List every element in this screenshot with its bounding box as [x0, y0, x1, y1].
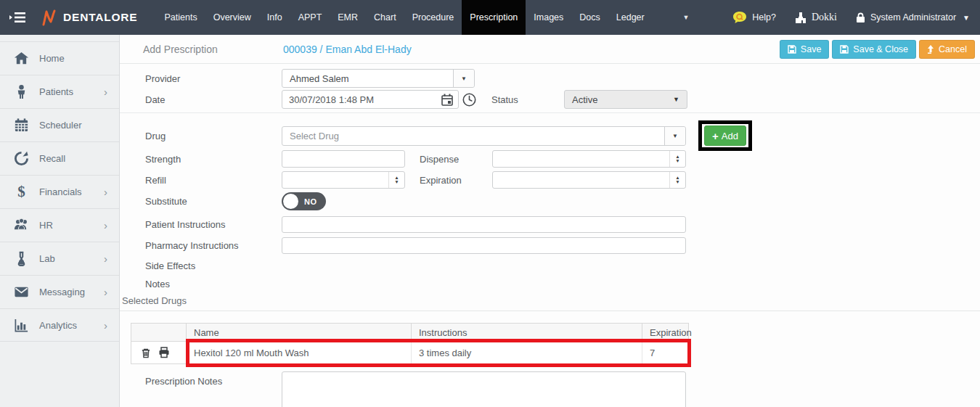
dispense-label: Dispense: [420, 154, 492, 165]
actions-column-header: [131, 324, 187, 341]
user-label: System Administrator: [870, 12, 956, 22]
expiration-input[interactable]: [492, 171, 686, 189]
help-button[interactable]: Help?: [732, 11, 776, 24]
chevron-right-icon: ›: [104, 219, 107, 231]
date-field[interactable]: [282, 90, 459, 109]
chevron-right-icon: ›: [104, 286, 107, 298]
date-input[interactable]: [282, 94, 441, 105]
arrow-up-icon: [927, 45, 934, 54]
drug-placeholder: Select Drug: [282, 127, 664, 145]
patient-icon: [14, 84, 29, 99]
dispense-spinner-icon[interactable]: ▲▼: [669, 151, 685, 167]
refill-spinner-icon[interactable]: ▲▼: [388, 172, 404, 188]
cancel-button[interactable]: Cancel: [919, 40, 975, 59]
building-icon: [795, 12, 807, 23]
table-header: Name Instructions Expiration: [131, 324, 688, 342]
pharmacy-instructions-label: Pharmacy Instructions: [145, 240, 282, 251]
home-icon: [14, 51, 29, 66]
time-picker-icon[interactable]: [462, 93, 476, 107]
expiration-column-header: Expiration: [642, 324, 692, 341]
svg-text:$: $: [17, 184, 25, 200]
provider-label: Provider: [145, 73, 282, 84]
drug-name-cell: Hexitol 120 ml Mouth Wash: [187, 342, 412, 363]
patient-link[interactable]: 000039 / Eman Abd El-Hady: [283, 44, 412, 55]
tab-patients[interactable]: Patients: [157, 0, 205, 35]
drug-caret-icon[interactable]: ▼: [664, 127, 685, 145]
sidebar-item-messaging[interactable]: Messaging›: [0, 275, 119, 308]
side-effects-label: Side Effects: [145, 260, 195, 271]
calendar-icon: [14, 118, 29, 133]
tab-emr[interactable]: EMR: [330, 0, 366, 35]
tab-overview[interactable]: Overview: [205, 0, 259, 35]
sidebar-item-analytics[interactable]: Analytics›: [0, 308, 119, 342]
patient-instructions-label: Patient Instructions: [145, 219, 282, 230]
save-button[interactable]: Save: [780, 40, 830, 59]
people-icon: [14, 218, 29, 233]
substitute-label: Substitute: [145, 196, 282, 207]
tab-images[interactable]: Images: [526, 0, 571, 35]
brand-name: DENTALORE: [63, 11, 138, 24]
dispense-field: ▲▼: [492, 150, 686, 168]
tab-docs[interactable]: Docs: [571, 0, 608, 35]
page-header: Add Prescription 000039 / Eman Abd El-Ha…: [120, 35, 980, 64]
delete-row-button[interactable]: [140, 348, 151, 358]
drug-expiration-cell: 7: [642, 342, 688, 363]
tab-info[interactable]: Info: [259, 0, 290, 35]
tab-procedure[interactable]: Procedure: [404, 0, 462, 35]
provider-caret-icon[interactable]: ▼: [453, 70, 474, 87]
drug-label: Drug: [145, 131, 282, 141]
sidebar-item-label: Lab: [39, 253, 55, 264]
sidebar-item-home[interactable]: Home: [0, 41, 119, 75]
user-caret-icon: ▼: [963, 14, 970, 22]
sidebar-item-recall[interactable]: Recall: [0, 141, 119, 175]
print-row-button[interactable]: [158, 347, 170, 358]
refill-label: Refill: [145, 175, 282, 186]
tab-appt[interactable]: APPT: [290, 0, 330, 35]
strength-input[interactable]: [282, 150, 405, 168]
tab-ledger[interactable]: Ledger: [608, 0, 653, 35]
dispense-input[interactable]: [492, 150, 686, 168]
patient-instructions-input[interactable]: [282, 216, 686, 233]
sidebar-item-label: Recall: [39, 153, 65, 164]
drug-select[interactable]: Select Drug ▼: [282, 126, 686, 146]
status-caret-icon: ▼: [673, 96, 679, 103]
calendar-picker-icon[interactable]: [441, 94, 453, 106]
add-drug-button[interactable]: + Add: [704, 126, 746, 146]
more-tabs-caret-icon[interactable]: ▼: [682, 14, 689, 21]
sidebar-item-lab[interactable]: Lab›: [0, 242, 119, 275]
date-label: Date: [145, 94, 282, 105]
pharmacy-instructions-input[interactable]: [282, 237, 686, 254]
sidebar-item-label: Scheduler: [39, 120, 82, 131]
sidebar-item-financials[interactable]: $Financials›: [0, 175, 119, 208]
toggle-knob: [283, 194, 298, 209]
drug-table-row: Hexitol 120 ml Mouth Wash3 times daily7: [131, 342, 688, 363]
provider-select[interactable]: Ahmed Salem ▼: [282, 69, 475, 88]
expiration-spinner-icon[interactable]: ▲▼: [669, 172, 685, 188]
brand[interactable]: DENTALORE: [41, 0, 138, 35]
status-label: Status: [491, 94, 564, 105]
sidebar-item-patients[interactable]: Patients›: [0, 75, 119, 108]
chevron-right-icon: ›: [104, 252, 107, 265]
sidebar-item-label: Analytics: [39, 320, 77, 331]
tab-prescription[interactable]: Prescription: [462, 0, 526, 35]
clinic-selector[interactable]: Dokki: [795, 12, 837, 23]
prescription-notes-textarea[interactable]: [282, 371, 686, 407]
substitute-toggle[interactable]: NO: [282, 192, 326, 210]
chevron-right-icon: ›: [104, 86, 107, 98]
nav-tabs: PatientsOverviewInfoAPPTEMRChartProcedur…: [157, 0, 653, 35]
sidebar-item-label: Financials: [39, 186, 82, 197]
sidebar-item-scheduler[interactable]: Scheduler: [0, 108, 119, 141]
collapse-sidebar-icon[interactable]: [9, 0, 27, 35]
envelope-icon: [14, 284, 29, 300]
selected-drugs-table: Name Instructions Expiration Hexitol 120…: [131, 323, 689, 364]
tab-chart[interactable]: Chart: [366, 0, 404, 35]
dentalore-logo-icon: [41, 9, 57, 26]
main-content: Add Prescription 000039 / Eman Abd El-Ha…: [120, 35, 980, 407]
sidebar-item-hr[interactable]: HR›: [0, 208, 119, 242]
save-and-close-button[interactable]: Save & Close: [832, 40, 916, 59]
user-menu[interactable]: System Administrator ▼: [856, 12, 970, 23]
topbar-right-cluster: ▼ Help? Dokki System Administrator ▼: [682, 0, 980, 35]
dentalore-app: DENTALORE PatientsOverviewInfoAPPTEMRCha…: [0, 0, 980, 407]
status-select[interactable]: Active ▼: [564, 90, 687, 109]
refill-input[interactable]: [282, 171, 405, 189]
